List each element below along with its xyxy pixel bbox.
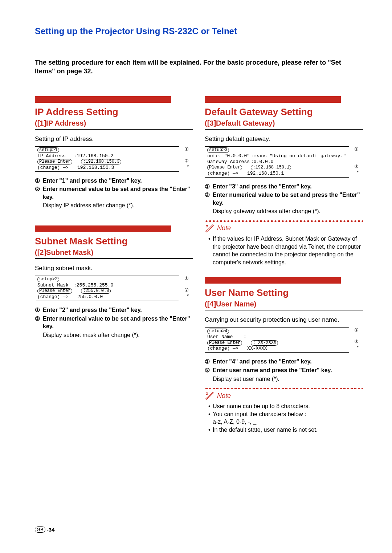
t: User name can be up to 8 characters. — [213, 402, 310, 410]
t: Enter "4" and press the "Enter" key. — [213, 358, 312, 365]
t: Please Enter — [207, 340, 242, 346]
marker-2: ② — [184, 158, 189, 163]
note-separator — [205, 220, 363, 222]
t: Enter numerical value to be set and pres… — [213, 192, 360, 206]
section-bar — [35, 225, 171, 232]
n: ① — [205, 358, 213, 366]
un-steps: ①Enter "4" and press the "Enter" key. ②E… — [205, 358, 363, 383]
t: Display subnet mask after change (*). — [43, 331, 140, 339]
t: Enter "1" and press the "Enter" key. — [43, 178, 142, 184]
n: ② — [205, 366, 213, 374]
t: Enter "3" and press the "Enter" key. — [213, 183, 312, 190]
sm-steps: ①Enter "2" and press the "Enter" key. ②E… — [35, 306, 193, 339]
t: : — [244, 334, 246, 340]
t: :255.0.0.0 — [81, 288, 111, 294]
sm-title: Subnet Mask Setting — [35, 236, 193, 247]
section-bar — [205, 277, 341, 284]
t: If the values for IP Address, Subnet Mas… — [213, 235, 363, 266]
note-separator — [205, 388, 363, 389]
t: Display set user name (*). — [213, 375, 279, 383]
n: ② — [205, 191, 213, 207]
t: Gateway Address — [207, 159, 251, 165]
n: ① — [35, 306, 43, 314]
t: Please Enter — [37, 288, 72, 294]
t: :0.0.0.0 — [251, 159, 273, 165]
t: :192.168.150.1 — [251, 165, 291, 170]
t: XX-XXXX — [247, 346, 267, 351]
un-terminal: setup>4 User Name: Please Enter: XX-XXXX… — [205, 327, 363, 353]
t: Display gateway address after change (*)… — [213, 207, 320, 215]
t: a-z, A-Z, 0-9, -, _ — [213, 419, 256, 425]
t: Subnet Mask — [37, 282, 74, 288]
sm-desc: Setting subnet mask. — [35, 265, 193, 272]
svg-point-1 — [206, 393, 208, 395]
t: setup>3 — [207, 147, 229, 153]
left-column: IP Address Setting ([1]IP Address) Setti… — [35, 96, 193, 434]
t: setup>4 — [207, 329, 229, 334]
ip-setup-prompt: setup>1 — [37, 147, 59, 153]
note-header: Note — [205, 224, 363, 233]
ip-desc: Setting of IP address. — [35, 135, 193, 143]
t: IP Address — [37, 153, 74, 159]
t: In the default state, user name is not s… — [213, 426, 318, 434]
svg-point-0 — [206, 225, 208, 227]
section-bar — [35, 96, 171, 103]
t: : XX-XXXX — [251, 340, 278, 346]
marker-star: * — [357, 170, 359, 175]
note-header: Note — [205, 391, 363, 400]
t: —> — [63, 294, 77, 300]
t: 192.168.150.3 — [77, 165, 114, 171]
t: Please Enter — [207, 165, 242, 170]
marker-star: * — [357, 345, 359, 350]
t: (change) — [37, 165, 63, 171]
gw-terminal: setup>3 note: "0.0.0.0" means "Using no … — [205, 146, 363, 178]
t: (change) — [207, 346, 233, 351]
un-subtitle: ([4]User Name) — [205, 300, 363, 310]
t: :192.168.150.2 — [74, 153, 113, 159]
page-footer: GB -34 — [35, 526, 54, 533]
page-title: Setting up the Projector Using RS-232C o… — [35, 26, 363, 36]
t: note: "0.0.0.0" means "Using no default … — [207, 153, 346, 159]
marker-star: * — [187, 164, 189, 169]
t: Enter numerical value to be set and pres… — [43, 316, 190, 330]
t: 255.0.0.0 — [77, 294, 103, 300]
intro-a: The setting procedure for each item will… — [35, 59, 341, 75]
t: User Name — [207, 334, 244, 340]
page-number: -34 — [47, 526, 55, 533]
marker-1: ① — [354, 327, 359, 333]
t: (change) — [207, 171, 233, 176]
gw-steps: ①Enter "3" and press the "Enter" key. ②E… — [205, 183, 363, 215]
t: :192.168.150.3 — [81, 159, 121, 164]
t: Please Enter — [37, 159, 72, 164]
ip-terminal: setup>1 IP Address:192.168.150.2 Please … — [35, 146, 193, 172]
n: ② — [35, 315, 43, 330]
un-title: User Name Setting — [205, 287, 363, 298]
t: 192.168.150.1 — [247, 171, 284, 176]
un-desc: Carrying out security protection using u… — [205, 316, 363, 324]
hand-note-icon — [205, 391, 215, 400]
marker-1: ① — [184, 276, 189, 281]
n: ① — [205, 183, 213, 191]
marker-2: ② — [354, 164, 359, 169]
right-column: Default Gateway Setting ([3]Default Gate… — [205, 96, 363, 434]
gb-badge: GB — [35, 526, 45, 533]
gw-subtitle: ([3]Default Gateway) — [205, 119, 363, 130]
n: ② — [35, 185, 43, 201]
t: Display IP address after change (*). — [43, 202, 134, 210]
ip-steps: ①Enter "1" and press the "Enter" key. ②E… — [35, 177, 193, 210]
t: —> — [233, 171, 247, 176]
ip-title: IP Address Setting — [35, 106, 193, 118]
marker-star: * — [187, 293, 189, 298]
t: —> — [63, 165, 77, 171]
sm-terminal: setup>2 Subnet Mask:255.255.255.0 Please… — [35, 276, 193, 301]
t: Enter "2" and press the "Enter" key. — [43, 307, 142, 313]
t: :255.255.255.0 — [74, 282, 113, 288]
intro-page-ref: 32 — [84, 68, 91, 75]
un-note-body: •User name can be up to 8 characters. •Y… — [205, 402, 363, 434]
intro-c: . — [91, 68, 93, 75]
t: (change) — [37, 294, 63, 300]
t: —> — [233, 346, 247, 351]
marker-2: ② — [184, 287, 189, 293]
marker-2: ② — [354, 339, 359, 344]
note-label: Note — [217, 392, 231, 400]
